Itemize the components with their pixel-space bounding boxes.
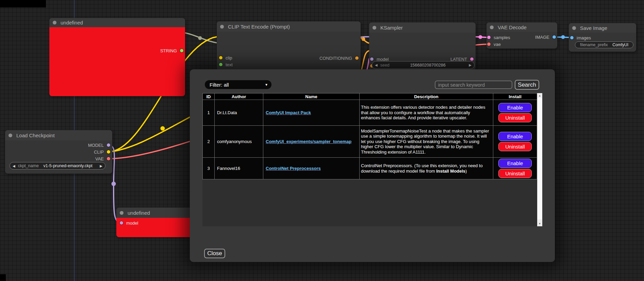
input-slot-samples[interactable]: samples [487, 35, 510, 40]
node-title: undefined [61, 20, 83, 25]
node-title: Load Checkpoint [16, 133, 55, 138]
slot-dot[interactable] [120, 221, 123, 225]
widget-arrow-right-icon[interactable]: ▶ [97, 164, 105, 168]
widget-label: filename_prefix [580, 42, 608, 47]
node-error-body [49, 27, 185, 96]
slot-dot[interactable] [219, 63, 222, 66]
slot-dot[interactable] [552, 35, 556, 39]
filename-prefix-widget[interactable]: filename_prefix ComfyUI [575, 41, 633, 48]
collapse-dot-icon[interactable] [120, 211, 123, 215]
close-button[interactable]: Close [204, 249, 225, 258]
table-row: 2comfyanonymousComfyUI_experiments/sampl… [203, 126, 537, 158]
uninstall-button[interactable]: Uninstall [498, 142, 532, 151]
extension-link[interactable]: ControlNet Preprocessors [266, 166, 321, 171]
collapse-dot-icon[interactable] [220, 25, 224, 29]
slot-dot[interactable] [487, 36, 491, 39]
collapse-dot-icon[interactable] [572, 26, 576, 30]
seed-widget[interactable]: ◀ seed 156680208700286 ▶ [372, 61, 475, 69]
reroute-dot [561, 35, 565, 39]
uninstall-button[interactable]: Uninstall [498, 113, 532, 122]
node-title-bar[interactable]: VAE Decode [486, 22, 557, 32]
node-load-checkpoint[interactable]: Load Checkpoint MODEL CLIP VAE ◀ ckpt_na… [5, 130, 112, 174]
slot-dot[interactable] [107, 157, 110, 160]
widget-value: ComfyUI [608, 42, 633, 47]
slot-dot[interactable] [107, 150, 110, 154]
extension-description: This extension offers various detector n… [360, 100, 493, 126]
widget-value: 156680208700286 [390, 63, 466, 68]
node-save-image[interactable]: Save Image images filename_prefix ComfyU… [569, 23, 636, 52]
node-undefined-top[interactable]: undefined STRING [49, 18, 185, 96]
output-slot-conditioning[interactable]: CONDITIONING [319, 55, 359, 61]
slot-label: vae [494, 42, 501, 47]
slot-dot[interactable] [219, 56, 222, 59]
widget-value: v1-5-pruned-emaonly.ckpt [39, 163, 97, 168]
table-row: 3Fannovel16ControlNet PreprocessorsContr… [203, 158, 537, 179]
output-slot-image[interactable]: IMAGE [535, 34, 556, 40]
ckpt-name-widget[interactable]: ◀ ckpt_name v1-5-pruned-emaonly.ckpt ▶ [10, 162, 105, 170]
scroll-down-icon[interactable]: ▼ [537, 222, 542, 225]
node-title: Save Image [580, 25, 607, 31]
scrollbar-thumb[interactable] [538, 98, 542, 219]
node-title-bar[interactable]: KSampler [369, 22, 476, 33]
slot-label: CLIP [94, 150, 104, 155]
table-header-cell: ID [203, 93, 215, 100]
collapse-dot-icon[interactable] [490, 25, 494, 29]
output-slot-model[interactable]: MODEL [88, 142, 110, 148]
output-slot-vae[interactable]: VAE [95, 156, 110, 161]
input-slot-vae[interactable]: vae [487, 41, 501, 47]
node-title-bar[interactable]: Save Image [569, 23, 636, 33]
collapse-dot-icon[interactable] [373, 26, 376, 30]
slot-label: VAE [95, 156, 104, 161]
node-title-bar[interactable]: Load Checkpoint [5, 130, 112, 140]
slot-dot[interactable] [180, 49, 183, 52]
input-slot-text[interactable]: text [219, 62, 233, 67]
node-vae-decode[interactable]: VAE Decode samples vae IMAGE [486, 22, 557, 49]
slot-dot[interactable] [487, 42, 491, 46]
collapse-dot-icon[interactable] [9, 134, 12, 137]
slot-label: STRING [160, 48, 177, 53]
slot-dot[interactable] [470, 57, 474, 61]
widget-arrow-right-icon[interactable]: ▶ [466, 63, 474, 67]
extension-id: 2 [203, 126, 215, 158]
node-ksampler[interactable]: KSampler model positive negative latent_… [369, 22, 476, 70]
filter-dropdown[interactable]: Filter: all ▾ [205, 80, 271, 89]
reroute-dot [198, 36, 202, 40]
collapse-dot-icon[interactable] [53, 21, 56, 24]
slot-dot[interactable] [370, 57, 374, 61]
slot-dot[interactable] [107, 143, 110, 147]
chevron-down-icon: ▾ [265, 82, 267, 87]
table-scrollbar[interactable]: ▲ ▼ [537, 93, 542, 226]
scroll-up-icon[interactable]: ▲ [537, 94, 542, 97]
extension-author: comfyanonymous [215, 126, 263, 158]
node-title: VAE Decode [498, 24, 527, 30]
enable-button[interactable]: Enable [498, 159, 532, 168]
search-button[interactable]: Search [515, 80, 539, 90]
input-slot-images[interactable]: images [570, 35, 591, 40]
node-clip-text-encode[interactable]: CLIP Text Encode (Prompt) clip text COND… [217, 21, 361, 70]
input-slot-clip[interactable]: clip [219, 55, 232, 60]
extension-link[interactable]: ComfyUI_experiments/sampler_tonemap [266, 139, 351, 144]
extension-link[interactable]: ComfyUI Impact Pack [266, 110, 311, 115]
node-title: undefined [128, 210, 150, 216]
slot-dot[interactable] [355, 56, 359, 60]
node-title-bar[interactable]: CLIP Text Encode (Prompt) [217, 21, 361, 32]
enable-button[interactable]: Enable [498, 132, 532, 141]
table-header-cell: Install [493, 93, 537, 100]
output-slot-clip[interactable]: CLIP [94, 149, 110, 155]
uninstall-button[interactable]: Uninstall [498, 169, 532, 178]
table-row: 1Dr.Lt.DataComfyUI Impact PackThis exten… [203, 100, 537, 126]
reroute-dot [112, 182, 116, 186]
extension-table: IDAuthorNameDescriptionInstall 1Dr.Lt.Da… [202, 93, 537, 179]
input-slot-model[interactable]: model [120, 220, 138, 226]
widget-arrow-left-icon[interactable]: ◀ [10, 164, 18, 168]
widget-arrow-left-icon[interactable]: ◀ [372, 63, 380, 67]
slot-label: MODEL [88, 143, 104, 148]
search-input[interactable] [435, 81, 512, 89]
slot-dot[interactable] [570, 36, 574, 39]
reroute-dot [479, 35, 482, 39]
enable-button[interactable]: Enable [498, 103, 532, 112]
table-header-cell: Name [263, 93, 360, 100]
slot-label: IMAGE [535, 35, 549, 40]
output-slot-string[interactable]: STRING [160, 48, 183, 53]
node-title-bar[interactable]: undefined [49, 18, 185, 27]
